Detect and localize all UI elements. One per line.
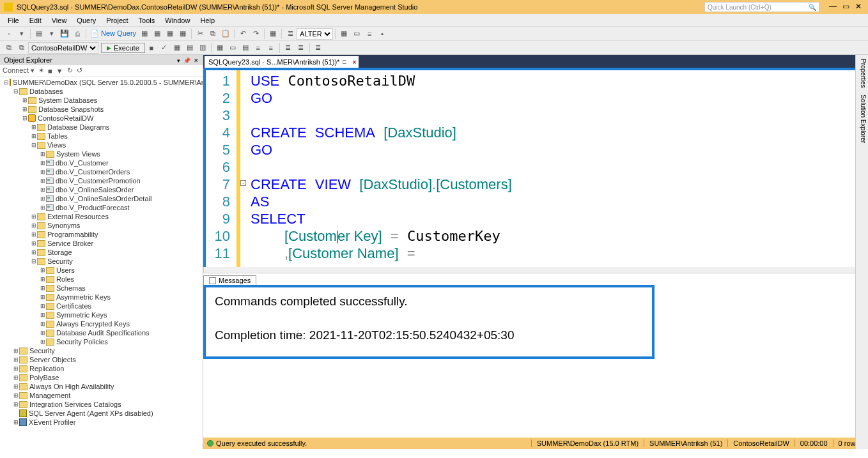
back-icon[interactable]: ◦ — [4, 29, 14, 39]
standard-toolbar: ◦ ▾ ▤ ▾ 💾 ⎙ 📄 New Query ▦ ▦ ▦ ▦ ✂ ⧉ 📋 ↶ … — [0, 27, 868, 41]
app-icon — [4, 3, 13, 11]
close-button[interactable]: ✕ — [853, 2, 864, 12]
minimize-button[interactable]: — — [827, 2, 839, 12]
sqlcmd-icon[interactable]: ▤ — [240, 43, 251, 53]
menu-view[interactable]: View — [47, 15, 72, 26]
connect-icon[interactable]: ⧉ — [4, 43, 14, 53]
menu-project[interactable]: Project — [101, 15, 133, 26]
find-icon[interactable]: ▦ — [268, 29, 278, 39]
new-icon[interactable]: ▤ — [34, 29, 44, 39]
script-combo[interactable]: ALTER — [297, 28, 333, 40]
messages-tab[interactable]: Messages — [203, 275, 256, 285]
solution-explorer-tab[interactable]: Solution Explorer — [857, 95, 867, 143]
code-editor[interactable]: 1234567891011 - USE ContosoRetailDW GO C… — [203, 68, 868, 267]
db-icon3[interactable]: ▦ — [165, 29, 175, 39]
window-title: SQLQuery23.sql - SUMMER\DemoDax.ContosoR… — [17, 3, 704, 11]
uncomment-icon[interactable]: ≡ — [266, 43, 276, 53]
menu-file[interactable]: File — [3, 15, 24, 26]
menu-bar: File Edit View Query Project Tools Windo… — [0, 14, 868, 27]
copy-icon[interactable]: ⧉ — [208, 29, 218, 39]
comment-icon[interactable]: ≡ — [253, 43, 263, 53]
line-gutter: 1234567891011 — [206, 70, 236, 267]
filter-icon[interactable]: ▼ — [56, 67, 63, 75]
specify-icon[interactable]: ≣ — [313, 43, 323, 53]
stats-icon[interactable]: ≡ — [364, 29, 375, 39]
change-conn-icon[interactable]: ⧉ — [17, 43, 27, 53]
include-plan-icon[interactable]: ▦ — [215, 43, 225, 53]
right-rail: Properties Solution Explorer — [855, 55, 868, 449]
sync-icon[interactable]: ↺ — [77, 66, 82, 75]
results-file-icon[interactable]: ▥ — [198, 43, 208, 53]
results-text-icon[interactable]: ▤ — [185, 43, 195, 53]
code-content[interactable]: USE ContosoRetailDW GO CREATE SCHEMA [Da… — [247, 70, 865, 267]
properties-tab[interactable]: Properties — [857, 59, 867, 88]
document-tab-well: SQLQuery23.sql - S...MER\Antriksh (51))*… — [203, 55, 868, 68]
paste-icon[interactable]: 📋 — [221, 29, 231, 39]
title-bar: SQLQuery23.sql - SUMMER\DemoDax.ContosoR… — [0, 0, 868, 14]
messages-icon — [209, 277, 216, 284]
object-explorer-panel: Object Explorer ▾ 📌 ✕ Connect ▾ ✶ ■ ▼ ↻ … — [0, 55, 203, 449]
plan-icon[interactable]: ▭ — [352, 29, 362, 39]
play-icon: ▶ — [107, 45, 111, 51]
editor-area: SQLQuery23.sql - S...MER\Antriksh (51))*… — [203, 55, 868, 449]
menu-edit[interactable]: Edit — [24, 15, 47, 26]
db-icon2[interactable]: ▦ — [152, 29, 162, 39]
close-tab-icon[interactable]: × — [353, 59, 357, 66]
status-user: SUMMER\Antriksh (51) — [644, 439, 727, 447]
disconnect-icon[interactable]: ✶ — [38, 66, 44, 75]
pin-icon[interactable]: 📌 — [183, 57, 190, 64]
fold-column: - — [240, 70, 247, 267]
status-time: 00:00:00 — [794, 439, 833, 447]
menu-window[interactable]: Window — [160, 15, 195, 26]
menu-help[interactable]: Help — [195, 15, 220, 26]
refresh-icon[interactable]: ↻ — [67, 66, 73, 75]
stop-icon[interactable]: ■ — [48, 67, 52, 75]
status-ok-icon — [207, 440, 213, 447]
cut-icon[interactable]: ✂ — [195, 29, 205, 39]
db-icon4[interactable]: ▦ — [178, 29, 188, 39]
include-stats-icon[interactable]: ▭ — [228, 43, 238, 53]
redo-icon[interactable]: ↷ — [251, 29, 261, 39]
status-bar: Query executed successfully. SUMMER\Demo… — [203, 438, 868, 449]
status-server: SUMMER\DemoDax (15.0 RTM) — [531, 439, 644, 447]
save-all-icon[interactable]: ⎙ — [72, 29, 82, 39]
more-icon[interactable]: ▪ — [377, 29, 387, 39]
sql-editor-toolbar: ⧉ ⧉ ContosoRetailDW ▶Execute ■ ✓ ▦ ▤ ▥ ▦… — [0, 41, 868, 55]
status-db: ContosoRetailDW — [727, 439, 794, 447]
new-query-button[interactable]: 📄 New Query — [90, 29, 136, 38]
status-message: Query executed successfully. — [216, 439, 307, 447]
tool-icon[interactable]: ≣ — [285, 29, 295, 39]
database-combo[interactable]: ContosoRetailDW — [28, 42, 98, 54]
messages-panel[interactable]: Commands completed successfully. Complet… — [203, 285, 655, 359]
search-icon: 🔍 — [809, 4, 816, 11]
debug-icon[interactable]: ■ — [146, 43, 157, 53]
quick-launch-input[interactable]: Quick Launch (Ctrl+Q)🔍 — [704, 2, 819, 12]
editor-hscroll[interactable] — [203, 267, 868, 273]
object-explorer-titlebar: Object Explorer ▾ 📌 ✕ — [0, 55, 203, 65]
restore-button[interactable]: ▭ — [840, 2, 851, 12]
dropdown-icon[interactable]: ▾ — [177, 57, 180, 64]
indent-icon[interactable]: ≣ — [283, 43, 293, 53]
fold-toggle[interactable]: - — [240, 180, 246, 186]
parse-icon[interactable]: ✓ — [159, 43, 169, 53]
results-grid-icon[interactable]: ▦ — [172, 43, 182, 53]
forward-icon[interactable]: ▾ — [17, 29, 27, 39]
menu-tools[interactable]: Tools — [134, 15, 160, 26]
panel-close-icon[interactable]: ✕ — [194, 57, 199, 64]
pin-tab-icon[interactable]: ⊏ — [342, 59, 347, 65]
connect-button[interactable]: Connect ▾ — [3, 66, 35, 75]
document-tab[interactable]: SQLQuery23.sql - S...MER\Antriksh (51))*… — [205, 56, 359, 68]
open-icon[interactable]: ▾ — [47, 29, 57, 39]
object-explorer-tree[interactable]: ⊟SUMMER\DemoDax (SQL Server 15.0.2000.5 … — [0, 77, 203, 449]
menu-query[interactable]: Query — [72, 15, 101, 26]
execute-button[interactable]: ▶Execute — [101, 43, 145, 53]
object-explorer-toolbar: Connect ▾ ✶ ■ ▼ ↻ ↺ — [0, 65, 203, 77]
estimate-icon[interactable]: ▦ — [339, 29, 349, 39]
outdent-icon[interactable]: ≣ — [296, 43, 306, 53]
undo-icon[interactable]: ↶ — [238, 29, 248, 39]
db-icon[interactable]: ▦ — [139, 29, 150, 39]
save-icon[interactable]: 💾 — [59, 29, 70, 39]
